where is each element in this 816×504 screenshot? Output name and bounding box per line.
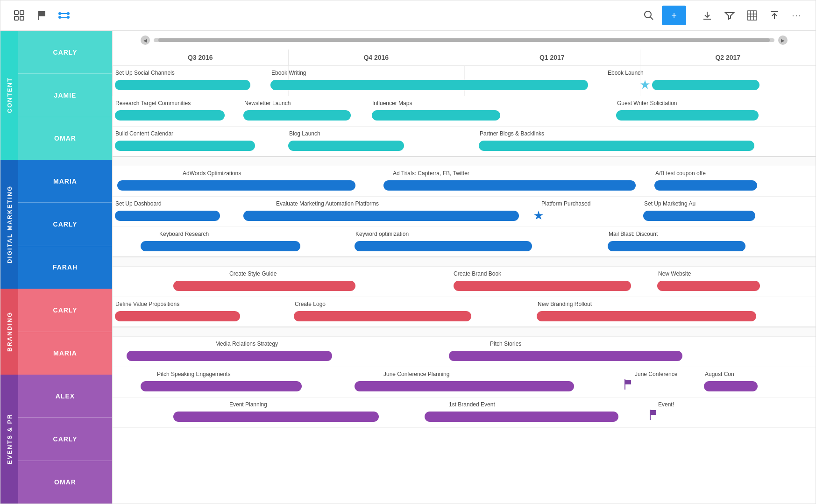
scroll-track[interactable] <box>154 38 774 42</box>
gantt-row-carly-branding: Create Style Guide Create Brand Book New… <box>113 267 816 297</box>
task-bar-blog-launch[interactable] <box>288 141 404 151</box>
task-label-1st-branded: 1st Branded Event <box>449 401 495 408</box>
gantt-row-omar-events: Event Planning 1st Branded Event Event! <box>113 398 816 428</box>
toolbar-divider <box>692 8 692 22</box>
flag-june-conference <box>624 379 632 391</box>
sidebar-member-jamie[interactable]: JAMIE <box>18 74 112 117</box>
task-bar-keyword-opt[interactable] <box>355 241 532 251</box>
svg-rect-1 <box>20 11 24 14</box>
task-label-research: Research Target Communities <box>115 100 191 106</box>
connections-button[interactable] <box>55 6 73 25</box>
main-content: CONTENT CARLY JAMIE OMAR DIGITAL MARKETI… <box>0 31 816 504</box>
task-bar-newsletter[interactable] <box>243 110 351 121</box>
task-bar-guest-writer[interactable] <box>616 110 759 121</box>
toolbar-right: + <box>639 6 806 25</box>
task-bar-define-value[interactable] <box>115 311 240 321</box>
section-gap-2 <box>113 257 816 267</box>
gantt-row-carly-content: Set Up Social Channels Ebook Writing Ebo… <box>113 66 816 96</box>
upload-button[interactable] <box>765 6 784 25</box>
svg-line-12 <box>650 17 653 20</box>
task-bar-event-planning[interactable] <box>173 412 379 422</box>
task-label-create-logo: Create Logo <box>295 301 326 307</box>
task-bar-keyboard-research[interactable] <box>141 241 300 251</box>
task-bar-ebook-writing[interactable] <box>270 80 588 90</box>
sidebar-group-digital: DIGITAL MARKETING MARIA CARLY FARAH <box>0 160 112 289</box>
sidebar-member-carly-digital[interactable]: CARLY <box>18 203 112 246</box>
task-bar-1st-branded[interactable] <box>425 412 618 422</box>
task-label-eval-marketing: Evaluate Marketing Automation Platforms <box>276 200 379 207</box>
gantt-row-farah: Keyboard Research Keyword optimization M… <box>113 227 816 257</box>
gantt-body[interactable]: Set Up Social Channels Ebook Writing Ebo… <box>113 66 816 504</box>
task-bar-june-conf-planning[interactable] <box>355 381 574 391</box>
task-label-pitch-stories: Pitch Stories <box>490 341 521 347</box>
task-bar-mail-blast[interactable] <box>608 241 745 251</box>
sidebar-member-farah[interactable]: FARAH <box>18 246 112 289</box>
task-bar-ad-trials[interactable] <box>383 180 636 191</box>
task-label-newsletter: Newsletter Launch <box>244 100 291 106</box>
flag-button[interactable] <box>32 6 51 25</box>
sidebar-member-omar-events[interactable]: OMAR <box>18 461 112 504</box>
sidebar-member-carly-content[interactable]: CARLY <box>18 31 112 74</box>
task-bar-media-relations[interactable] <box>127 351 332 361</box>
sidebar-label-branding: BRANDING <box>0 289 18 375</box>
scroll-left-arrow[interactable]: ◀ <box>141 35 150 45</box>
task-label-august-con: August Con <box>705 371 734 377</box>
grid-view-button[interactable] <box>10 6 28 25</box>
task-label-media-relations: Media Relations Strategy <box>215 341 278 347</box>
sidebar-label-digital: DIGITAL MARKETING <box>0 160 18 289</box>
section-gap-1 <box>113 157 816 166</box>
add-button[interactable]: + <box>662 6 686 25</box>
task-label-june-conference: June Conference <box>635 371 677 377</box>
task-bar-eval-marketing[interactable] <box>243 211 519 221</box>
quarter-q3-2016: Q3 2016 <box>113 50 288 65</box>
sidebar-member-maria-digital[interactable]: MARIA <box>18 160 112 203</box>
svg-point-6 <box>67 12 70 15</box>
quarter-q1-2017: Q1 2017 <box>464 50 640 65</box>
task-label-adwords: AdWords Optimizations <box>183 170 241 177</box>
task-bar-partner-blogs[interactable] <box>479 141 754 151</box>
task-bar-create-brand[interactable] <box>454 281 631 291</box>
sidebar-group-events: EVENTS & PR ALEX CARLY OMAR <box>0 375 112 504</box>
task-bar-new-website[interactable] <box>657 281 760 291</box>
flag-event <box>649 410 657 422</box>
sidebar-member-carly-events[interactable]: CARLY <box>18 418 112 461</box>
sidebar-label-events: EVENTS & PR <box>0 375 18 504</box>
task-bar-pitch-stories[interactable] <box>449 351 682 361</box>
task-bar-setup-dashboard[interactable] <box>115 211 220 221</box>
task-bar-ab-test[interactable] <box>654 180 757 191</box>
milestone-ebook[interactable] <box>639 79 650 90</box>
task-bar-setup-marketing-au[interactable] <box>643 211 755 221</box>
task-bar-research[interactable] <box>115 110 225 121</box>
sidebar-member-alex[interactable]: ALEX <box>18 375 112 418</box>
task-bar-august-con[interactable] <box>704 381 758 391</box>
task-label-guest-writer: Guest Writer Solicitation <box>617 100 677 106</box>
task-bar-build-calendar[interactable] <box>115 141 255 151</box>
task-bar-set-up-social[interactable] <box>115 80 250 90</box>
sidebar-member-maria-branding[interactable]: MARIA <box>18 332 112 375</box>
milestone-platform[interactable] <box>533 210 543 221</box>
add-icon: + <box>671 10 677 21</box>
task-bar-ebook-launch[interactable] <box>652 80 759 90</box>
task-bar-create-style[interactable] <box>173 281 355 291</box>
task-label-pitch-speaking: Pitch Speaking Engagements <box>157 371 230 377</box>
task-bar-create-logo[interactable] <box>294 311 471 321</box>
table-button[interactable] <box>743 6 761 25</box>
sidebar-member-omar-content[interactable]: OMAR <box>18 117 112 160</box>
task-bar-influencer[interactable] <box>372 110 500 121</box>
scroll-right-arrow[interactable]: ▶ <box>778 35 788 45</box>
gantt-row-maria-branding: Define Value Propositions Create Logo Ne… <box>113 297 816 327</box>
gantt-row-alex: Media Relations Strategy Pitch Stories <box>113 337 816 367</box>
task-bar-adwords[interactable] <box>117 180 355 191</box>
task-label-june-conf-planning: June Conference Planning <box>383 371 449 377</box>
task-bar-pitch-speaking[interactable] <box>141 381 302 391</box>
task-bar-new-branding[interactable] <box>537 311 756 321</box>
search-button[interactable] <box>639 6 658 25</box>
sidebar-members-digital: MARIA CARLY FARAH <box>18 160 112 289</box>
download-button[interactable] <box>698 6 717 25</box>
svg-rect-20 <box>624 379 625 390</box>
quarter-q4-2016: Q4 2016 <box>288 50 464 65</box>
more-button[interactable]: ··· <box>788 6 806 25</box>
task-label-blog-launch: Blog Launch <box>289 130 320 137</box>
sidebar-member-carly-branding[interactable]: CARLY <box>18 289 112 332</box>
filter-button[interactable] <box>720 6 739 25</box>
